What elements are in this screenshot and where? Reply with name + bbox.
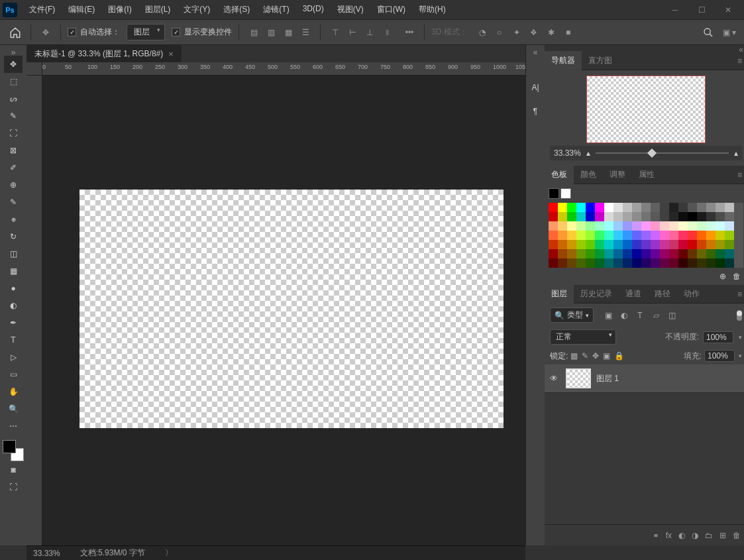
color-swatch[interactable] (613, 212, 623, 221)
align-right-icon[interactable]: ▦ (280, 25, 296, 40)
color-swatch[interactable] (604, 258, 613, 268)
new-swatch-icon[interactable]: ⊕ (719, 272, 726, 281)
color-swatch[interactable] (632, 258, 641, 268)
opacity-input[interactable]: 100% (703, 331, 733, 343)
auto-select-dropdown[interactable]: 图层 (127, 24, 165, 40)
marquee-tool[interactable]: ⬚ (4, 73, 23, 90)
color-swatch[interactable] (706, 249, 716, 258)
color-swatch[interactable] (613, 249, 623, 258)
layers-tab[interactable]: 历史记录 (574, 284, 619, 304)
layer-fx-icon[interactable]: fx (666, 531, 672, 540)
layers-tab[interactable]: 通道 (619, 284, 648, 304)
color-swatch[interactable] (716, 258, 725, 268)
crop-tool[interactable]: ⛶ (4, 125, 23, 142)
workspace-icon[interactable]: ▣ ▾ (721, 25, 737, 40)
color-swatch[interactable] (651, 249, 660, 258)
color-swatch[interactable] (716, 203, 725, 212)
color-swatch[interactable] (678, 203, 688, 212)
layer-item[interactable]: 👁 图层 1 (545, 364, 744, 393)
layer-mask-icon[interactable]: ◐ (678, 531, 685, 540)
color-swatch[interactable] (558, 212, 567, 221)
toolbar-expand-icon[interactable]: » (4, 49, 23, 56)
color-swatch[interactable] (613, 203, 623, 212)
color-swatch[interactable] (604, 221, 613, 231)
adjustment-layer-icon[interactable]: ◑ (692, 531, 698, 540)
color-swatch[interactable] (632, 212, 641, 221)
color-swatch[interactable] (604, 203, 613, 212)
color-swatch[interactable] (549, 240, 558, 249)
color-swatch[interactable] (688, 203, 697, 212)
color-swatch[interactable] (586, 203, 595, 212)
foreground-color-swatch[interactable] (3, 440, 16, 453)
color-swatch[interactable] (576, 249, 586, 258)
search-icon[interactable] (700, 25, 716, 40)
align-top-icon[interactable]: ⊤ (327, 25, 343, 40)
menu-item[interactable]: 视图(V) (331, 0, 370, 19)
color-swatch[interactable] (669, 258, 678, 268)
swatches-tab[interactable]: 色板 (545, 165, 574, 184)
brush-tool[interactable]: ✎ (4, 194, 23, 211)
color-swatch[interactable] (595, 240, 604, 249)
color-swatch[interactable] (632, 231, 641, 240)
color-swatch[interactable] (558, 221, 567, 231)
color-swatch[interactable] (623, 203, 632, 212)
color-swatch[interactable] (567, 249, 576, 258)
lock-pixels-icon[interactable]: ▦ (570, 351, 578, 361)
zoom-tool[interactable]: 🔍 (4, 400, 23, 418)
type-tool[interactable]: T (4, 331, 23, 349)
layers-tab[interactable]: 图层 (545, 284, 574, 304)
color-swatch[interactable] (678, 221, 688, 231)
menu-item[interactable]: 滤镜(T) (256, 0, 295, 19)
3d-icon-3[interactable]: ✦ (509, 25, 525, 40)
color-swatch[interactable] (586, 221, 595, 231)
color-swatch[interactable] (632, 240, 641, 249)
clone-stamp-tool[interactable]: ⎈ (4, 211, 23, 228)
color-swatch[interactable] (678, 258, 688, 268)
color-swatch[interactable] (725, 212, 734, 221)
color-swatch[interactable] (576, 231, 586, 240)
color-swatch[interactable] (725, 203, 734, 212)
navigator-tab[interactable]: 导航器 (545, 51, 582, 70)
healing-tool[interactable]: ⊕ (4, 176, 23, 194)
color-swatch[interactable] (567, 212, 576, 221)
color-swatch[interactable] (725, 231, 734, 240)
color-swatches[interactable] (3, 440, 24, 461)
color-swatch[interactable] (651, 203, 660, 212)
status-more-icon[interactable]: 〉 (165, 547, 173, 559)
color-swatch[interactable] (669, 249, 678, 258)
color-swatch[interactable] (586, 212, 595, 221)
filter-smart-icon[interactable]: ◫ (666, 310, 677, 321)
color-swatch[interactable] (697, 258, 706, 268)
color-swatch[interactable] (706, 212, 716, 221)
link-layers-icon[interactable]: ⚭ (653, 531, 659, 540)
ruler-horizontal[interactable]: 0501001502002503003504004505005506006507… (42, 62, 525, 76)
color-swatch[interactable] (716, 221, 725, 231)
filter-toggle[interactable] (737, 310, 742, 321)
align-center-h-icon[interactable]: ▥ (263, 25, 279, 40)
frame-tool[interactable]: ⊠ (4, 142, 23, 159)
layers-tab[interactable]: 路径 (648, 284, 677, 304)
align-bottom-icon[interactable]: ⊥ (362, 25, 378, 40)
black-swatch[interactable] (549, 188, 559, 199)
color-swatch[interactable] (688, 240, 697, 249)
color-swatch[interactable] (725, 249, 734, 258)
color-swatch[interactable] (558, 231, 567, 240)
3d-icon-1[interactable]: ◔ (474, 25, 490, 40)
blend-mode-dropdown[interactable]: 正常 (550, 329, 616, 345)
color-swatch[interactable] (697, 221, 706, 231)
color-swatch[interactable] (669, 212, 678, 221)
color-swatch[interactable] (697, 249, 706, 258)
3d-icon-4[interactable]: ❖ (526, 25, 542, 40)
distribute-icon[interactable]: ⫴ (379, 25, 395, 40)
menu-item[interactable]: 帮助(H) (412, 0, 452, 19)
color-swatch[interactable] (632, 203, 641, 212)
layer-filter-dropdown[interactable]: 🔍类型▾ (550, 308, 594, 323)
status-zoom[interactable]: 33.33% (33, 549, 60, 558)
zoom-in-icon[interactable]: ▴ (734, 148, 738, 158)
panel-menu-icon[interactable]: ≡ (732, 56, 744, 66)
rectangle-tool[interactable]: ▭ (4, 366, 23, 383)
zoom-slider[interactable] (596, 148, 729, 158)
lock-all-icon[interactable]: 🔒 (614, 351, 624, 361)
align-left-icon[interactable]: ▤ (246, 25, 262, 40)
color-swatch[interactable] (549, 212, 558, 221)
